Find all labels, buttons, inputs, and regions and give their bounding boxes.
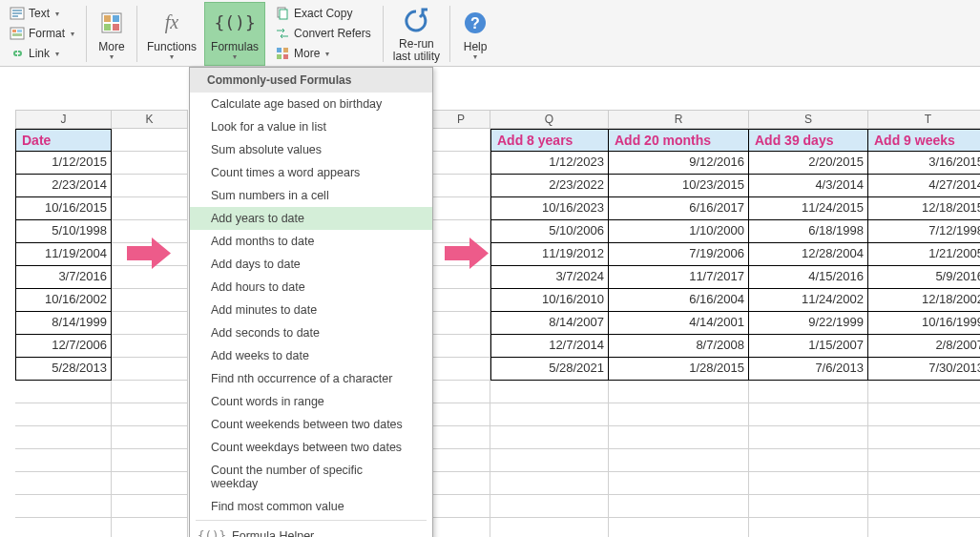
cell-q[interactable]: 5/10/2006 [490, 220, 609, 243]
cell[interactable] [15, 472, 112, 495]
cell-date[interactable]: 2/23/2014 [15, 175, 112, 197]
dropdown-item[interactable]: Count times a word appears [190, 161, 432, 184]
cell[interactable] [432, 152, 490, 175]
cell-s[interactable]: 11/24/2015 [749, 197, 868, 220]
cell[interactable] [112, 449, 188, 472]
cell[interactable] [490, 426, 609, 449]
cell-r[interactable]: 6/16/2004 [609, 289, 749, 312]
cell-q[interactable]: 11/19/2012 [490, 243, 609, 266]
cell[interactable] [112, 495, 188, 518]
header-s[interactable]: Add 39 days [749, 129, 868, 152]
cell-s[interactable]: 1/15/2007 [749, 335, 868, 358]
cell[interactable] [490, 381, 609, 403]
cell[interactable] [609, 518, 749, 537]
header-date[interactable]: Date [15, 129, 112, 152]
cell-r[interactable]: 1/10/2000 [609, 220, 749, 243]
cell-s[interactable]: 7/6/2013 [749, 358, 868, 381]
dropdown-item[interactable]: Count the number of specific weekday [190, 459, 432, 495]
cell[interactable] [490, 472, 609, 495]
dropdown-item[interactable]: Count weekdays between two dates [190, 436, 432, 459]
cell-s[interactable]: 4/15/2016 [749, 266, 868, 289]
cell[interactable] [868, 518, 980, 537]
cell[interactable] [112, 518, 188, 537]
col-header-t[interactable]: T [868, 110, 980, 129]
cell[interactable] [432, 472, 490, 495]
dropdown-item[interactable]: Find nth occurrence of a character [190, 367, 432, 390]
header-q[interactable]: Add 8 years [490, 129, 609, 152]
cell-t[interactable]: 4/27/2014 [868, 175, 980, 197]
cell-t[interactable]: 2/8/2007 [868, 335, 980, 358]
cell-q[interactable]: 3/7/2024 [490, 266, 609, 289]
cell[interactable] [112, 472, 188, 495]
cell[interactable] [112, 197, 188, 220]
dropdown-item[interactable]: Count weekends between two dates [190, 413, 432, 436]
cell-s[interactable]: 4/3/2014 [749, 175, 868, 197]
cell[interactable] [112, 152, 188, 175]
cell[interactable] [112, 335, 188, 358]
cell[interactable] [432, 197, 490, 220]
cell-r[interactable]: 9/12/2016 [609, 152, 749, 175]
text-button[interactable]: Text ▾ [6, 4, 78, 23]
cell[interactable] [432, 518, 490, 537]
cell[interactable] [868, 426, 980, 449]
cell-t[interactable]: 5/9/2016 [868, 266, 980, 289]
header-r[interactable]: Add 20 months [609, 129, 749, 152]
dropdown-item[interactable]: Count words in range [190, 390, 432, 413]
cell-t[interactable]: 12/18/2015 [868, 197, 980, 220]
cell[interactable] [749, 426, 868, 449]
cell-q[interactable]: 1/12/2023 [490, 152, 609, 175]
cell[interactable] [490, 495, 609, 518]
cell-t[interactable]: 7/12/1998 [868, 220, 980, 243]
cell[interactable] [112, 289, 188, 312]
cell[interactable] [490, 449, 609, 472]
cell-date[interactable]: 11/19/2004 [15, 243, 112, 266]
cell-date[interactable]: 10/16/2015 [15, 197, 112, 220]
format-button[interactable]: Format ▾ [6, 24, 78, 43]
cell-q[interactable]: 5/28/2021 [490, 358, 609, 381]
dropdown-item[interactable]: Add days to date [190, 253, 432, 276]
cell[interactable] [112, 266, 188, 289]
cell[interactable] [609, 426, 749, 449]
cell[interactable] [15, 381, 112, 403]
cell[interactable] [868, 495, 980, 518]
dropdown-item[interactable]: Calculate age based on birthday [190, 93, 432, 115]
cell-s[interactable]: 2/20/2015 [749, 152, 868, 175]
cell[interactable] [749, 518, 868, 537]
cell-q[interactable]: 12/7/2014 [490, 335, 609, 358]
cell[interactable] [749, 449, 868, 472]
cell-t[interactable]: 1/21/2005 [868, 243, 980, 266]
more-button-1[interactable]: More ▾ [91, 2, 133, 66]
exact-copy-button[interactable]: Exact Copy [271, 4, 375, 23]
cell[interactable] [432, 289, 490, 312]
cell-q[interactable]: 10/16/2010 [490, 289, 609, 312]
cell-q[interactable]: 10/16/2023 [490, 197, 609, 220]
cell[interactable] [490, 403, 609, 426]
cell-date[interactable]: 1/12/2015 [15, 152, 112, 175]
cell[interactable] [432, 449, 490, 472]
more-button-2[interactable]: More ▾ [271, 44, 375, 63]
cell[interactable] [432, 129, 490, 152]
cell[interactable] [868, 403, 980, 426]
cell[interactable] [609, 381, 749, 403]
cell-t[interactable]: 7/30/2013 [868, 358, 980, 381]
dropdown-item[interactable]: Sum absolute values [190, 138, 432, 161]
cell[interactable] [15, 449, 112, 472]
cell[interactable] [432, 266, 490, 289]
col-header-s[interactable]: S [749, 110, 868, 129]
link-button[interactable]: Link ▾ [6, 44, 78, 63]
cell-r[interactable]: 7/19/2006 [609, 243, 749, 266]
convert-refers-button[interactable]: Convert Refers [271, 24, 375, 43]
dropdown-item[interactable]: Add minutes to date [190, 299, 432, 321]
cell[interactable] [112, 358, 188, 381]
rerun-button[interactable]: Re-runlast utility [387, 2, 446, 66]
col-header-j[interactable]: J [15, 110, 112, 129]
dropdown-item[interactable]: Add years to date [190, 207, 432, 230]
formulas-button[interactable]: {()} Formulas ▾ [204, 2, 265, 66]
cell-r[interactable]: 6/16/2017 [609, 197, 749, 220]
cell[interactable] [112, 426, 188, 449]
cell[interactable] [432, 312, 490, 335]
cell[interactable] [112, 129, 188, 152]
cell-q[interactable]: 8/14/2007 [490, 312, 609, 335]
cell-s[interactable]: 9/22/1999 [749, 312, 868, 335]
cell-date[interactable]: 12/7/2006 [15, 335, 112, 358]
